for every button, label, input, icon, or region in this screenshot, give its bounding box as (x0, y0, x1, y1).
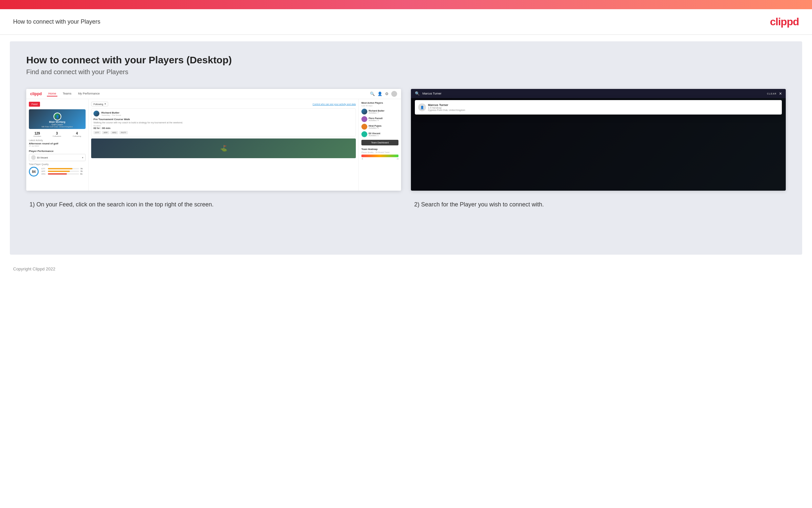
search-bar: 🔍 Marcus Turner CLEAR × (411, 89, 786, 98)
control-link[interactable]: Control who can see your activity and da… (313, 103, 356, 105)
player-select[interactable]: Eli Vincent ▾ (29, 154, 86, 161)
active-players-title: Most Active Players (362, 102, 398, 104)
nav-actions: 🔍 👤 ⚙ (370, 91, 397, 97)
arg-value: 61 (80, 173, 86, 175)
app-value: 70 (80, 170, 86, 172)
tag-app: APP (102, 131, 109, 134)
player-info-1: Richard Butler Activities: 7 (369, 110, 384, 114)
heatmap-bar-container: -5 +5 (362, 155, 398, 160)
screenshot-1: clippd Home Teams My Performance 🔍 👤 ⚙ (26, 89, 401, 190)
nav-teams[interactable]: Teams (61, 91, 73, 96)
profile-avatar: 👤 (53, 113, 61, 120)
main-subtitle: Find and connect with your Players (26, 68, 786, 76)
profile-location: Mill Ride Golf Club, United Kingdom (42, 126, 73, 128)
activity-date: 27 Jul 2022 (29, 145, 86, 147)
tag-putt: PUTT (120, 131, 128, 134)
player-acts-1: Activities: 7 (369, 112, 384, 114)
app-mockup-1: clippd Home Teams My Performance 🔍 👤 ⚙ (26, 89, 401, 190)
arg-bar-row: ARG 61 (41, 173, 86, 175)
list-item: Piers Parnell Activities: 4 (362, 116, 398, 122)
player-acts-2: Activities: 4 (369, 120, 382, 121)
followers-label: Followers (53, 135, 61, 137)
arg-track (48, 173, 79, 175)
search-input[interactable]: Marcus Turner (422, 92, 764, 95)
following-label: Following (73, 135, 81, 137)
team-dashboard-button[interactable]: Team Dashboard (362, 140, 398, 145)
app-mockup-2: 🔍 Marcus Turner CLEAR × 👤 Marcus Turner … (411, 89, 786, 190)
chevron-icon: ▾ (105, 103, 106, 105)
nav-items: Home Teams My Performance (47, 91, 101, 96)
screenshots-grid: clippd Home Teams My Performance 🔍 👤 ⚙ (26, 89, 786, 190)
following-bar: Following ▾ Control who can see your act… (91, 102, 356, 106)
player-info-4: Eli Vincent Activities: 1 (369, 132, 380, 136)
tpq-bars: OTT 79 APP (41, 168, 86, 176)
active-players-subtitle: Last 30 days (362, 105, 398, 107)
search-result-handicap: 1-5 Handicap (428, 107, 465, 109)
search-icon[interactable]: 🔍 (370, 92, 375, 96)
nav-logo: clippd (30, 92, 42, 96)
ott-bar-row: OTT 79 (41, 168, 86, 170)
search-overlay: 🔍 Marcus Turner CLEAR × 👤 Marcus Turner … (411, 89, 786, 190)
activity-user-info: Richard Butler Yesterday - The Grove (101, 111, 121, 116)
player-performance-title: Player Performance (29, 150, 86, 153)
activity-title: Pre Tournament Course Walk (93, 118, 353, 121)
nav-home[interactable]: Home (47, 91, 57, 96)
people-icon[interactable]: 👤 (378, 92, 382, 96)
search-result-club: Cypress Point Club, United Kingdom (428, 109, 465, 111)
player-acts-4: Activities: 1 (369, 134, 380, 136)
player-avatar-1 (362, 109, 367, 115)
team-heatmap-title: Team Heatmap (362, 148, 398, 150)
nav-my-performance[interactable]: My Performance (77, 91, 101, 96)
activity-user-name: Richard Butler (101, 111, 121, 114)
heatmap-min: -5 (362, 158, 363, 160)
center-panel: Following ▾ Control who can see your act… (89, 99, 359, 190)
profile-name: Blair McHarg (49, 120, 65, 123)
followers-value: 3 (53, 132, 61, 135)
footer: Copyright Clippd 2022 (0, 261, 812, 277)
player-avatar-2 (362, 116, 367, 122)
clear-button[interactable]: CLEAR (767, 92, 776, 95)
search-result-avatar: 👤 (418, 103, 426, 111)
activity-user-avatar (93, 111, 99, 117)
list-item: Hiral Pujara Activities: 3 (362, 124, 398, 130)
player-name-2: Piers Parnell (369, 117, 382, 120)
left-panel: Feed 👤 Blair McHarg Golf Coach Mill Ride… (26, 99, 89, 190)
activity-card: Richard Butler Yesterday - The Grove Pre… (91, 108, 356, 136)
player-info-3: Hiral Pujara Activities: 3 (369, 125, 381, 129)
activities-label: Activities (34, 135, 41, 137)
tpq-display: 84 OTT 79 APP (29, 167, 86, 176)
activity-tags: OTT APP ARG PUTT (93, 131, 353, 134)
app-body-1: Feed 👤 Blair McHarg Golf Coach Mill Ride… (26, 99, 401, 190)
player-acts-3: Activities: 3 (369, 127, 381, 129)
duration-value: 02 hr : 00 min (93, 127, 353, 130)
profile-stats: 129 Activities 3 Followers 4 Following (29, 132, 86, 137)
main-title: How to connect with your Players (Deskto… (26, 54, 786, 66)
ott-label: OTT (41, 168, 47, 170)
player-avatar-4 (362, 131, 367, 137)
latest-activity-label: Latest Activity (29, 139, 86, 141)
close-button[interactable]: × (779, 91, 782, 96)
captions: 1) On your Feed, click on the search ico… (26, 201, 786, 209)
heatmap-bar (362, 155, 398, 157)
settings-icon[interactable]: ⚙ (385, 92, 389, 96)
arg-label: ARG (41, 173, 47, 175)
activities-value: 129 (34, 132, 41, 135)
feed-tab[interactable]: Feed (29, 102, 40, 107)
main-content: How to connect with your Players (Deskto… (10, 41, 802, 255)
player-avatar-3 (362, 124, 367, 130)
copyright: Copyright Clippd 2022 (13, 266, 55, 271)
search-result-item[interactable]: 👤 Marcus Turner 1-5 Handicap Cypress Poi… (417, 102, 780, 113)
following-button[interactable]: Following ▾ (91, 102, 108, 106)
arg-fill (48, 173, 67, 175)
header: How to connect with your Players clippd (0, 9, 812, 35)
search-icon: 🔍 (415, 91, 420, 96)
caption-2: 2) Search for the Player you wish to con… (411, 201, 786, 209)
caption-1: 1) On your Feed, click on the search ico… (26, 201, 401, 209)
following-stat: 4 Following (73, 132, 81, 137)
app-track (48, 171, 79, 172)
tag-arg: ARG (110, 131, 118, 134)
activity-user-sub: Yesterday - The Grove (101, 114, 121, 116)
activity-image: ⛳ (91, 138, 356, 158)
search-results-dropdown: 👤 Marcus Turner 1-5 Handicap Cypress Poi… (415, 100, 782, 115)
team-heatmap-subtitle: Player Quality - 20 Round Trend (362, 151, 398, 153)
